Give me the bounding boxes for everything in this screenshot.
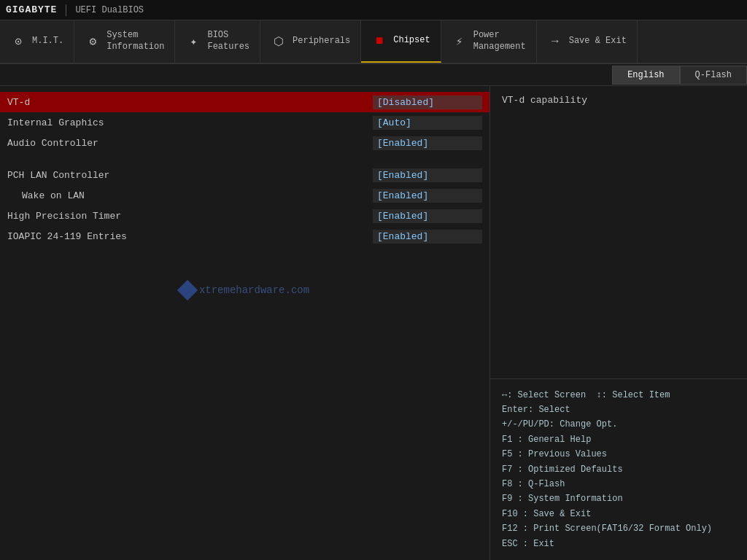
shortcut-esc: ESC : Exit <box>502 537 735 551</box>
separator <box>66 4 66 16</box>
shortcut-enter: Enter: Select <box>502 402 735 417</box>
save-icon: → <box>547 34 563 50</box>
internal-graphics-value: [Auto] <box>373 116 482 130</box>
setting-ioapic[interactable]: IOAPIC 24-119 Entries [Enabled] <box>0 226 489 246</box>
pch-lan-label: PCH LAN Controller <box>7 170 373 181</box>
nav-tabs: ⊙ M.I.T. ⚙ SystemInformation ✦ BIOSFeatu… <box>0 20 747 64</box>
setting-high-precision-timer[interactable]: High Precision Timer [Enabled] <box>0 206 489 226</box>
setting-audio-controller[interactable]: Audio Controller [Enabled] <box>0 133 489 153</box>
tab-power-management[interactable]: ⚡ PowerManagement <box>441 20 537 63</box>
tab-mit[interactable]: ⊙ M.I.T. <box>0 20 74 63</box>
save-label: Save & Exit <box>569 36 627 47</box>
shortcut-f5: F5 : Previous Values <box>502 447 735 462</box>
setting-internal-graphics[interactable]: Internal Graphics [Auto] <box>0 112 489 133</box>
setting-wake-on-lan[interactable]: Wake on LAN [Enabled] <box>0 185 489 206</box>
ioapic-label: IOAPIC 24-119 Entries <box>7 231 373 242</box>
shortcut-f1: F1 : General Help <box>502 432 735 447</box>
english-button[interactable]: English <box>612 66 679 85</box>
shortcut-select-screen: ↔: Select Screen ↕: Select Item <box>502 388 735 402</box>
shortcut-f9: F9 : System Information <box>502 491 735 506</box>
mit-label: M.I.T. <box>32 36 63 47</box>
tab-peripherals[interactable]: ⬡ Peripherals <box>260 20 361 63</box>
spacer-1 <box>0 153 489 165</box>
high-precision-timer-label: High Precision Timer <box>7 211 373 222</box>
shortcut-f12: F12 : Print Screen(FAT16/32 Format Only) <box>502 521 735 536</box>
wake-on-lan-label: Wake on LAN <box>7 190 373 201</box>
watermark: xtremehardware.com <box>180 283 309 298</box>
setting-vtd[interactable]: VT-d [Disabled] <box>0 92 489 112</box>
watermark-area: xtremehardware.com <box>0 261 489 319</box>
shortcut-change-opt: +/-/PU/PD: Change Opt. <box>502 417 735 432</box>
peripherals-label: Peripherals <box>293 36 350 47</box>
top-bar: GIGABYTE UEFI DualBIOS <box>0 0 747 20</box>
shortcut-f8: F8 : Q-Flash <box>502 477 735 491</box>
tab-chipset[interactable]: ■ Chipset <box>361 20 441 63</box>
tab-system-information[interactable]: ⚙ SystemInformation <box>74 20 175 63</box>
ioapic-value: [Enabled] <box>373 230 482 244</box>
chipset-icon: ■ <box>371 33 387 49</box>
help-text: VT-d capability <box>502 95 587 106</box>
tab-save-exit[interactable]: → Save & Exit <box>537 20 638 63</box>
vtd-value: [Disabled] <box>373 96 482 109</box>
gigabyte-logo: GIGABYTE <box>6 4 57 15</box>
shortcut-f10: F10 : Save & Exit <box>502 507 735 521</box>
watermark-diamond-icon <box>177 280 198 300</box>
sysinfo-icon: ⚙ <box>85 34 101 50</box>
watermark-text: xtremehardware.com <box>199 284 309 296</box>
audio-controller-value: [Enabled] <box>373 136 482 150</box>
bios-icon: ✦ <box>185 34 201 50</box>
main-content: VT-d [Disabled] Internal Graphics [Auto]… <box>0 86 747 560</box>
shortcut-area: ↔: Select Screen ↕: Select Item Enter: S… <box>490 379 747 560</box>
audio-controller-label: Audio Controller <box>7 138 373 149</box>
sysinfo-label: SystemInformation <box>107 30 164 52</box>
peripherals-icon: ⬡ <box>271 34 287 50</box>
uefi-label: UEFI DualBIOS <box>75 5 144 15</box>
power-label: PowerManagement <box>473 30 526 52</box>
tab-bios-features[interactable]: ✦ BIOSFeatures <box>175 20 260 63</box>
language-bar: English Q-Flash <box>0 64 747 86</box>
internal-graphics-label: Internal Graphics <box>7 117 373 128</box>
pch-lan-value: [Enabled] <box>373 168 482 182</box>
shortcut-f7: F7 : Optimized Defaults <box>502 462 735 477</box>
power-icon: ⚡ <box>452 34 468 50</box>
help-area: VT-d capability <box>490 86 747 379</box>
mit-icon: ⊙ <box>10 34 26 50</box>
setting-pch-lan[interactable]: PCH LAN Controller [Enabled] <box>0 165 489 185</box>
qflash-button[interactable]: Q-Flash <box>680 66 747 85</box>
bios-label: BIOSFeatures <box>207 30 249 52</box>
vtd-label: VT-d <box>7 97 373 108</box>
right-panel: VT-d capability ↔: Select Screen ↕: Sele… <box>490 86 747 560</box>
wake-on-lan-value: [Enabled] <box>373 189 482 203</box>
high-precision-timer-value: [Enabled] <box>373 209 482 223</box>
left-panel: VT-d [Disabled] Internal Graphics [Auto]… <box>0 86 490 560</box>
chipset-label: Chipset <box>393 35 430 47</box>
